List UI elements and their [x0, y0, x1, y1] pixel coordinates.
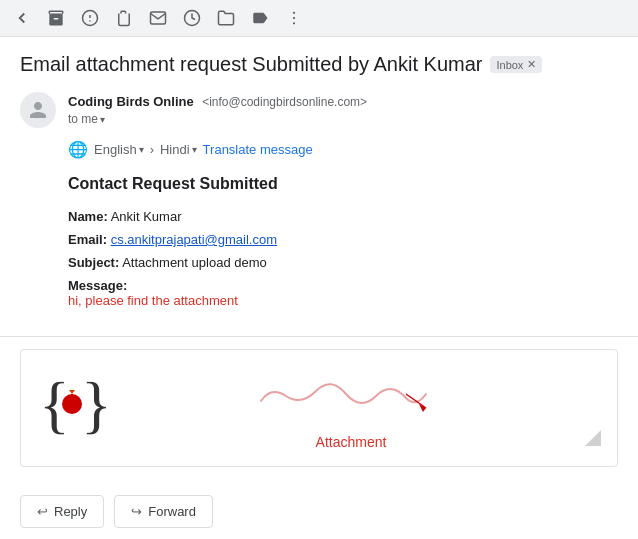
more-icon[interactable] — [284, 8, 304, 28]
subject-label: Subject: — [68, 255, 119, 270]
chevron-down-icon: ▾ — [139, 144, 144, 155]
email-container: Email attachment request Submitted by An… — [0, 37, 638, 539]
to-lang-selector[interactable]: Hindi ▾ — [160, 142, 197, 157]
forward-icon: ↪ — [131, 504, 142, 519]
logo-svg: { } — [37, 368, 107, 448]
reply-icon: ↩ — [37, 504, 48, 519]
delete-icon[interactable] — [114, 8, 134, 28]
name-field: Name: Ankit Kumar — [68, 209, 618, 224]
to-me[interactable]: to me ▾ — [68, 112, 618, 126]
sender-name-row: Coding Birds Online <info@codingbirdsonl… — [68, 92, 618, 110]
email-field: Email: cs.ankitprajapati@gmail.com — [68, 232, 618, 247]
spam-icon[interactable] — [80, 8, 100, 28]
message-label: Message: — [68, 278, 127, 293]
svg-point-4 — [293, 12, 295, 14]
snooze-icon[interactable] — [182, 8, 202, 28]
body-heading: Contact Request Submitted — [68, 175, 618, 193]
chevron-down-icon: ▾ — [192, 144, 197, 155]
email-body: Contact Request Submitted Name: Ankit Ku… — [0, 167, 638, 324]
from-lang-selector[interactable]: English ▾ — [94, 142, 144, 157]
label-icon[interactable] — [250, 8, 270, 28]
chevron-down-icon: ▾ — [100, 114, 105, 125]
subject-value: Attachment upload demo — [122, 255, 267, 270]
sender-details: Coding Birds Online <info@codingbirdsonl… — [68, 92, 618, 126]
signature-svg — [251, 366, 451, 426]
action-buttons: ↩ Reply ↪ Forward — [0, 479, 638, 539]
back-button[interactable] — [12, 8, 32, 28]
translate-icon: 🌐 — [68, 140, 88, 159]
email-label: Email: — [68, 232, 107, 247]
inbox-badge: Inbox ✕ — [490, 56, 542, 73]
svg-point-5 — [293, 17, 295, 19]
subject-bar: Email attachment request Submitted by An… — [0, 37, 638, 84]
signature-area: Attachment — [107, 366, 595, 450]
message-field: Message: hi, please find the attachment — [68, 278, 618, 308]
translate-bar: 🌐 English ▾ › Hindi ▾ Translate message — [0, 136, 638, 167]
name-value: Ankit Kumar — [111, 209, 182, 224]
archive-icon[interactable] — [46, 8, 66, 28]
sender-email: <info@codingbirdsonline.com> — [202, 95, 367, 109]
svg-text:}: } — [81, 369, 107, 440]
message-value: hi, please find the attachment — [68, 293, 618, 308]
svg-marker-11 — [69, 390, 75, 394]
sender-row: Coding Birds Online <info@codingbirdsonl… — [0, 84, 638, 136]
divider — [0, 336, 638, 337]
avatar — [20, 92, 56, 128]
attachment-logo: { } — [37, 368, 107, 448]
sender-name: Coding Birds Online — [68, 94, 194, 109]
badge-close-button[interactable]: ✕ — [527, 58, 536, 71]
name-label: Name: — [68, 209, 108, 224]
subject-field: Subject: Attachment upload demo — [68, 255, 618, 270]
email-value[interactable]: cs.ankitprajapati@gmail.com — [111, 232, 277, 247]
toolbar — [0, 0, 638, 37]
forward-button[interactable]: ↪ Forward — [114, 495, 213, 528]
translate-link[interactable]: Translate message — [203, 142, 313, 157]
reply-button[interactable]: ↩ Reply — [20, 495, 104, 528]
move-icon[interactable] — [216, 8, 236, 28]
attachment-label: Attachment — [316, 434, 387, 450]
email-subject: Email attachment request Submitted by An… — [20, 53, 482, 76]
svg-point-6 — [293, 22, 295, 24]
mail-icon[interactable] — [148, 8, 168, 28]
svg-point-2 — [89, 20, 91, 22]
arrow-right-icon: › — [150, 142, 154, 157]
attachment-area: { } Attachment — [20, 349, 618, 467]
